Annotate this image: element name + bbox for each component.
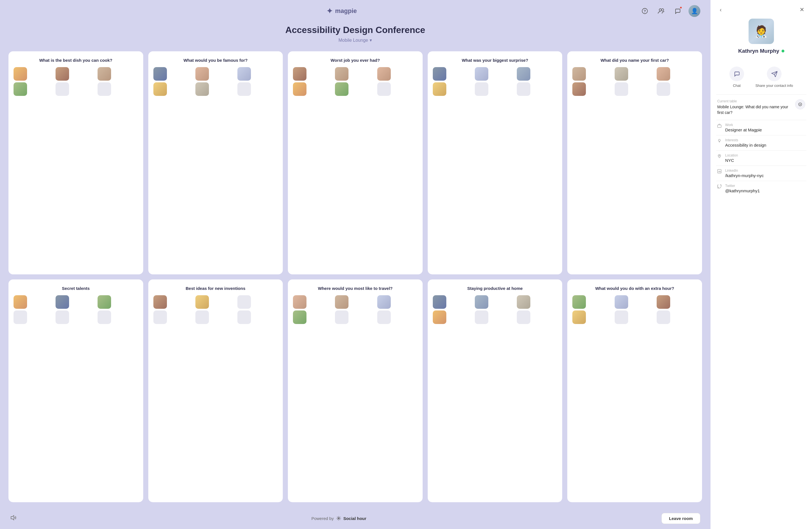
card-avatars-card10 [572, 295, 697, 324]
avatar-slot-card2-1 [195, 67, 209, 81]
avatar-slot-card8-4 [335, 311, 348, 324]
logo: ✦ magpie [327, 7, 357, 15]
current-table-section: Current table Mobile Lounge: What did yo… [710, 95, 812, 120]
avatar-slot-card10-3 [572, 311, 586, 324]
svg-point-3 [662, 9, 664, 11]
avatar-slot-card5-3 [572, 82, 586, 96]
info-value-location: NYC [725, 158, 805, 163]
logo-icon: ✦ [327, 7, 333, 15]
svg-point-12 [719, 155, 720, 156]
panel-back-button[interactable]: ‹ [716, 5, 725, 14]
avatar-slot-card7-5 [237, 311, 251, 324]
avatar-slot-card7-3 [154, 311, 167, 324]
card-card4[interactable]: What was your biggest surprise? [428, 51, 563, 274]
card-card3[interactable]: Worst job you ever had? [288, 51, 423, 274]
chat-action-button[interactable]: Chat [729, 67, 744, 88]
location-icon [717, 154, 722, 159]
card-avatars-card4 [433, 67, 557, 96]
card-card7[interactable]: Best ideas for new inventions [148, 280, 283, 502]
action-buttons: Chat Share your contact info [710, 61, 812, 95]
avatar-slot-card7-2 [237, 295, 251, 309]
info-value-work: Designer at Magpie [725, 127, 805, 132]
card-avatars-card8 [293, 295, 418, 324]
card-card6[interactable]: Secret talents [9, 280, 143, 502]
current-table-icon-button[interactable] [795, 99, 805, 110]
panel-close-button[interactable]: ✕ [797, 5, 806, 14]
card-card9[interactable]: Staying productive at home [428, 280, 563, 502]
current-table-value: Mobile Lounge: What did you name your fi… [717, 104, 792, 115]
powered-by-text: Powered by [311, 516, 334, 521]
info-value-interests: Accessibility in design [725, 143, 805, 147]
avatar-slot-card3-3 [293, 82, 306, 96]
help-icon[interactable]: ? [639, 6, 650, 16]
card-card5[interactable]: What did you name your first car? [567, 51, 702, 274]
avatar-slot-card10-1 [615, 295, 628, 309]
svg-marker-4 [11, 515, 14, 520]
info-label-work: Work [725, 123, 805, 127]
avatar-slot-card7-1 [195, 295, 209, 309]
avatar-slot-card10-4 [615, 311, 628, 324]
sound-icon[interactable] [10, 515, 16, 522]
info-text-linkedin: LinkedIn/kathryn-murphy-nyc [725, 169, 805, 178]
right-panel: ‹ ✕ 🧑‍⚕️ Kathryn Murphy Chat [710, 0, 812, 529]
avatar-slot-card4-0 [433, 67, 446, 81]
info-label-twitter: Twitter [725, 184, 805, 188]
avatar-slot-card2-4 [195, 82, 209, 96]
card-title-card6: Secret talents [14, 286, 138, 291]
logo-text: magpie [335, 7, 357, 15]
info-value-twitter: @kathrynmurphy1 [725, 188, 805, 193]
card-title-card9: Staying productive at home [433, 286, 557, 291]
avatar-slot-card8-0 [293, 295, 306, 309]
social-hour-logo-icon: ✳ [336, 515, 341, 522]
avatar-slot-card2-2 [237, 67, 251, 81]
current-table-content: Current table Mobile Lounge: What did yo… [717, 99, 792, 115]
info-row-linkedin: LinkedIn/kathryn-murphy-nyc [710, 166, 812, 181]
avatar-slot-card9-2 [517, 295, 530, 309]
card-avatars-card9 [433, 295, 557, 324]
card-title-card8: Where would you most like to travel? [293, 286, 418, 291]
cards-grid: What is the best dish you can cook?What … [0, 51, 710, 502]
avatar-slot-card2-5 [237, 82, 251, 96]
avatar-slot-card6-4 [56, 311, 69, 324]
room-selector[interactable]: Mobile Lounge ▾ [338, 38, 372, 43]
avatar-slot-card3-0 [293, 67, 306, 81]
info-text-work: WorkDesigner at Magpie [725, 123, 805, 132]
footer: Powered by ✳ Social hour Leave room [0, 508, 710, 529]
share-contact-action-icon [767, 67, 782, 81]
avatar-slot-card2-0 [154, 67, 167, 81]
avatar-slot-card9-0 [433, 295, 446, 309]
current-table-label: Current table [717, 99, 792, 103]
avatar-slot-card4-1 [475, 67, 488, 81]
avatar-slot-card8-2 [377, 295, 391, 309]
avatar-slot-card7-0 [154, 295, 167, 309]
info-value-linkedin: /kathryn-murphy-nyc [725, 173, 805, 178]
share-contact-action-label: Share your contact info [755, 84, 793, 88]
notification-dot [680, 6, 682, 9]
social-hour-brand: Social hour [344, 516, 366, 521]
avatar-slot-card8-1 [335, 295, 348, 309]
card-card1[interactable]: What is the best dish you can cook? [9, 51, 143, 274]
avatar-slot-card5-0 [572, 67, 586, 81]
people-icon[interactable] [656, 6, 667, 16]
info-row-twitter: Twitter@kathrynmurphy1 [710, 181, 812, 196]
card-card8[interactable]: Where would you most like to travel? [288, 280, 423, 502]
avatar-slot-card1-0 [14, 67, 27, 81]
share-contact-action-button[interactable]: Share your contact info [755, 67, 793, 88]
avatar-slot-card6-1 [56, 295, 69, 309]
leave-room-button[interactable]: Leave room [662, 513, 700, 524]
user-avatar-btn[interactable]: 👤 [688, 5, 700, 17]
avatar-slot-card5-4 [615, 82, 628, 96]
card-card10[interactable]: What would you do with an extra hour? [567, 280, 702, 502]
chat-notification-icon[interactable] [672, 6, 683, 16]
avatar-slot-card4-5 [517, 82, 530, 96]
profile-name-text: Kathryn Murphy [738, 48, 779, 54]
header-icons: ? 👤 [639, 5, 700, 17]
avatar-slot-card9-5 [517, 311, 530, 324]
avatar-slot-card1-1 [56, 67, 69, 81]
info-row-interests: InterestsAccessibility in design [710, 135, 812, 150]
conference-title-area: Accessibility Design Conference Mobile L… [0, 22, 710, 51]
card-card2[interactable]: What would you be famous for? [148, 51, 283, 274]
avatar-slot-card6-3 [14, 311, 27, 324]
avatar-slot-card9-3 [433, 311, 446, 324]
avatar-slot-card1-3 [14, 82, 27, 96]
